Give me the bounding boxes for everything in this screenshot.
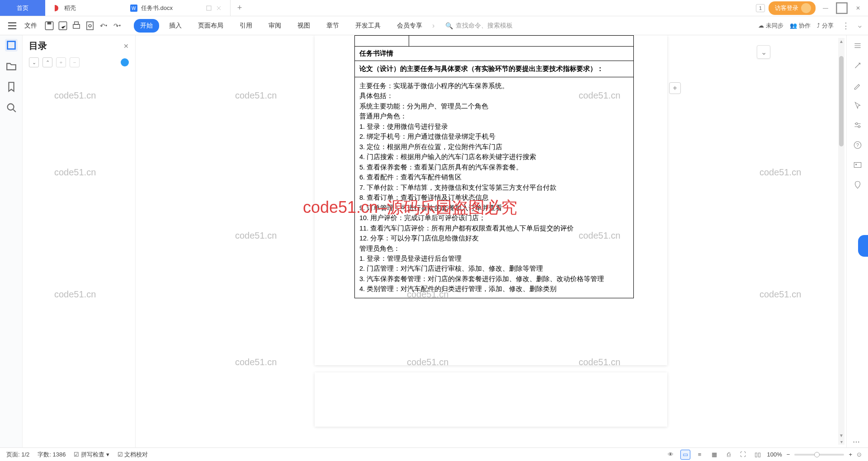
tab-duoke-label: 稻壳: [64, 4, 76, 12]
outline-add-icon[interactable]: +: [56, 57, 66, 67]
outline-panel: 目录 ✕ ⌄ ⌃ + −: [23, 35, 136, 447]
zoom-out-button[interactable]: −: [787, 451, 790, 458]
doc-check-toggle[interactable]: ☑ 文档校对: [118, 451, 148, 459]
task-table: 任务书详情 论文（设计）的主要任务与具体要求（有实验环节的要提出主要技术指标要求…: [354, 35, 634, 298]
tab-window-icon[interactable]: [206, 5, 212, 11]
titlebar: 首页 稻壳 W 任务书.docx + 1 访客登录 — ✕: [0, 0, 868, 16]
quick-access-toolbar: ↶▾ ↷▾: [43, 20, 123, 32]
command-search[interactable]: 🔍 查找命令、搜索模板: [445, 22, 513, 30]
ribbon-tab-references[interactable]: 引用: [233, 19, 259, 33]
tab-duoke[interactable]: 稻壳: [45, 0, 122, 16]
outline-close-icon[interactable]: ✕: [123, 42, 129, 50]
vertical-scrollbar[interactable]: ▲ ▼ ▾: [838, 38, 844, 445]
hamburger-icon[interactable]: [6, 20, 18, 32]
file-menu[interactable]: 文件: [24, 22, 37, 30]
statusbar-right: 👁 ▭ ≡ ▦ ⎙ ⛶ ▯▯ 100% − + ⊙: [666, 450, 862, 460]
print-icon[interactable]: [71, 20, 82, 32]
add-element-button[interactable]: +: [669, 82, 681, 94]
zoom-label[interactable]: 100%: [767, 451, 782, 458]
scroll-down-icon[interactable]: ▼: [838, 432, 844, 438]
spellcheck-toggle[interactable]: ☑ 拼写检查 ▾: [74, 451, 109, 459]
word-doc-icon: W: [130, 5, 137, 12]
svg-rect-2: [207, 6, 211, 10]
tab-home[interactable]: 首页: [0, 0, 45, 16]
new-tab-button[interactable]: +: [231, 0, 249, 16]
collab-button[interactable]: 👥协作: [790, 22, 811, 30]
ribbon-tab-chapter[interactable]: 章节: [320, 19, 345, 33]
collapse-ribbon-icon[interactable]: ⌵: [858, 22, 862, 29]
page-view-icon[interactable]: ▭: [680, 450, 690, 460]
window-count-badge[interactable]: 1: [756, 4, 765, 12]
table-section-header: 论文（设计）的主要任务与具体要求（有实验环节的要提出主要技术指标要求）：: [355, 61, 633, 77]
web-view-icon[interactable]: ▦: [709, 450, 719, 460]
svg-point-14: [858, 126, 860, 127]
image-tool-icon[interactable]: [853, 160, 863, 170]
ribbon-tab-review[interactable]: 审阅: [262, 19, 288, 33]
pen-icon[interactable]: [853, 80, 863, 90]
search-rail-icon[interactable]: [5, 101, 18, 114]
outline-rail-icon[interactable]: [5, 39, 18, 52]
outline-view-icon[interactable]: ≡: [695, 450, 705, 460]
bookmark-rail-icon[interactable]: [5, 80, 18, 93]
tab-close-icon[interactable]: [216, 5, 222, 11]
location-tool-icon[interactable]: [853, 180, 863, 190]
ribbon-tab-insert[interactable]: 插入: [163, 19, 188, 33]
scrollbar-thumb[interactable]: [839, 56, 844, 146]
settings-slider-icon[interactable]: [853, 120, 863, 130]
chevron-right-icon[interactable]: ›: [432, 22, 434, 30]
zoom-fit-button[interactable]: ⊙: [857, 451, 862, 458]
doc-line: 普通用户角色：: [359, 111, 629, 121]
undo-icon[interactable]: ↶▾: [98, 20, 109, 32]
outline-expand-icon[interactable]: ⌃: [42, 57, 52, 67]
svg-point-12: [7, 104, 14, 110]
ribbon-tab-devtools[interactable]: 开发工具: [349, 19, 387, 33]
print-preview-icon[interactable]: [84, 20, 96, 32]
outline-remove-icon[interactable]: −: [70, 57, 80, 67]
share-button[interactable]: ⤴分享: [817, 22, 834, 30]
menu-lines-icon[interactable]: [853, 41, 863, 51]
maximize-button[interactable]: [835, 2, 848, 14]
outline-title: 目录: [29, 40, 47, 52]
doc-line: 10. 用户评价：完成订单后可评价该门店；: [359, 213, 629, 223]
ribbon-tab-layout[interactable]: 页面布局: [192, 19, 230, 33]
svg-point-10: [89, 24, 91, 27]
folder-rail-icon[interactable]: [5, 60, 18, 72]
doc-line: 1. 登录：使用微信号进行登录: [359, 122, 629, 132]
zoom-slider[interactable]: [794, 454, 844, 456]
tab-document[interactable]: W 任务书.docx: [122, 0, 231, 16]
document-canvas[interactable]: 任务书详情 论文（设计）的主要任务与具体要求（有实验环节的要提出主要技术指标要求…: [136, 35, 846, 447]
ribbon-tab-vip[interactable]: 会员专享: [391, 19, 429, 33]
magic-icon[interactable]: [853, 61, 863, 71]
doc-line: 8. 查看订单：查看订餐详情及订单状态信息: [359, 193, 629, 202]
help-icon[interactable]: ?: [853, 140, 863, 150]
scroll-up-icon[interactable]: ▲: [838, 38, 844, 44]
cursor-icon[interactable]: [853, 100, 863, 110]
fit-icon[interactable]: ▯▯: [753, 450, 763, 460]
expand-panel-button[interactable]: [858, 235, 868, 257]
page-indicator[interactable]: 页面: 1/2: [6, 451, 29, 459]
reading-mode-icon[interactable]: 👁: [666, 450, 676, 460]
zoom-in-button[interactable]: +: [849, 451, 852, 458]
ribbon-tab-start[interactable]: 开始: [134, 19, 159, 33]
guest-login-button[interactable]: 访客登录: [769, 1, 816, 15]
zoom-slider-knob[interactable]: [814, 452, 820, 457]
close-window-button[interactable]: ✕: [852, 2, 864, 14]
guest-login-label: 访客登录: [775, 4, 798, 12]
save-icon[interactable]: [43, 20, 55, 32]
outline-sync-dot-icon[interactable]: [121, 58, 129, 66]
redo-icon[interactable]: ↷▾: [111, 20, 123, 32]
save-as-icon[interactable]: [57, 20, 69, 32]
fullscreen-icon[interactable]: ⛶: [738, 450, 748, 460]
print-view-icon[interactable]: ⎙: [724, 450, 734, 460]
ribbon-tab-view[interactable]: 视图: [291, 19, 316, 33]
doc-line: 系统主要功能：分为用户、管理员二个角色: [359, 101, 629, 111]
float-dropdown-button[interactable]: ⌄: [757, 45, 770, 59]
more-tools-icon[interactable]: ⋯: [853, 437, 863, 447]
outline-collapse-icon[interactable]: ⌄: [29, 57, 39, 67]
sync-button[interactable]: ☁未同步: [758, 22, 783, 30]
more-menu-icon[interactable]: ⋮: [842, 21, 850, 31]
minimize-button[interactable]: —: [819, 2, 832, 14]
doc-line: 2. 绑定手机号：用户通过微信登录绑定手机号: [359, 132, 629, 141]
scroll-end-icon[interactable]: ▾: [838, 438, 844, 445]
word-count[interactable]: 字数: 1386: [38, 451, 66, 459]
